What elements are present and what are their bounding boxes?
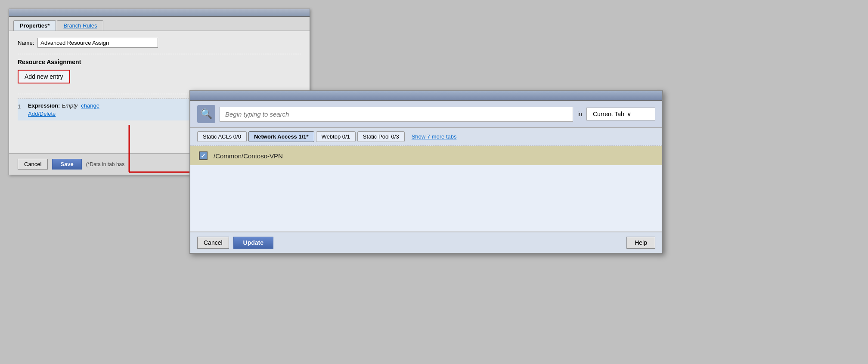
in-label: in — [577, 111, 582, 117]
footer-note: (*Data in tab has — [86, 161, 124, 167]
name-label: Name: — [18, 40, 34, 46]
name-field-row: Name: — [18, 38, 301, 48]
search-icon-wrapper: 🔍 — [197, 105, 215, 123]
tab-properties[interactable]: Properties* — [13, 20, 56, 31]
expression-label: Expression: — [28, 102, 60, 109]
check-icon: ✓ — [201, 152, 206, 159]
tab-webtop[interactable]: Webtop 0/1 — [316, 131, 356, 142]
cancel-button[interactable]: Cancel — [18, 159, 48, 170]
current-tab-dropdown[interactable]: Current Tab ∨ — [586, 108, 655, 120]
dialog-panel: 🔍 in Current Tab ∨ Static ACLs 0/0 Netwo… — [189, 90, 663, 254]
tab-network-access[interactable]: Network Access 1/1* — [248, 131, 314, 142]
expression-value: Empty — [62, 102, 78, 109]
dialog-tabs-row: Static ACLs 0/0 Network Access 1/1* Webt… — [190, 128, 662, 146]
change-link[interactable]: change — [81, 102, 99, 109]
search-icon: 🔍 — [201, 108, 212, 120]
chevron-down-icon: ∨ — [627, 111, 631, 117]
name-input[interactable] — [37, 38, 158, 48]
search-input[interactable] — [220, 107, 573, 122]
dialog-titlebar — [190, 91, 662, 101]
dialog-footer: Cancel Update Help — [190, 232, 662, 253]
tab-static-pool[interactable]: Static Pool 0/3 — [357, 131, 405, 142]
save-button[interactable]: Save — [52, 159, 81, 170]
entry-number: 1 — [18, 102, 28, 110]
properties-titlebar — [9, 9, 310, 17]
section-title: Resource Assignment — [18, 59, 301, 65]
update-button[interactable]: Update — [233, 237, 273, 249]
dialog-content: ✓ /Common/Contoso-VPN — [190, 146, 662, 232]
content-empty-area — [190, 165, 662, 217]
tab-branch-rules[interactable]: Branch Rules — [57, 20, 103, 31]
current-tab-label: Current Tab — [593, 111, 624, 117]
properties-tabs: Properties* Branch Rules — [9, 17, 310, 31]
vpn-checkbox[interactable]: ✓ — [199, 151, 208, 160]
vpn-row: ✓ /Common/Contoso-VPN — [190, 146, 662, 165]
separator-1 — [18, 54, 301, 54]
tab-static-acls[interactable]: Static ACLs 0/0 — [197, 131, 247, 142]
search-bar: 🔍 in Current Tab ∨ — [190, 101, 662, 128]
dialog-footer-left: Cancel Update — [197, 237, 273, 249]
help-button[interactable]: Help — [626, 237, 655, 249]
add-new-entry-button[interactable]: Add new entry — [18, 70, 70, 83]
vpn-path: /Common/Contoso-VPN — [214, 152, 283, 160]
show-more-tabs-link[interactable]: Show 7 more tabs — [406, 132, 462, 142]
dialog-cancel-button[interactable]: Cancel — [197, 237, 229, 249]
